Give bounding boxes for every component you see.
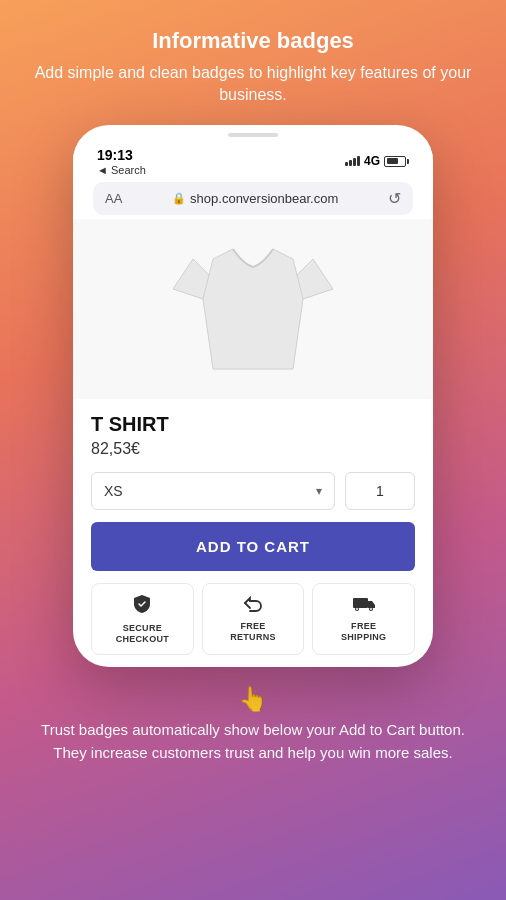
network-label: 4G: [364, 154, 380, 168]
address-bar[interactable]: AA 🔒 shop.conversionbear.com ↺: [93, 182, 413, 215]
product-details: T SHIRT 82,53€ XS ▾ 1 ADD TO CART: [73, 399, 433, 667]
svg-rect-0: [353, 598, 368, 608]
trust-badges: SECURECHECKOUT FREERETURNS: [91, 583, 415, 655]
signal-bars-icon: [345, 156, 360, 166]
status-bar: 19:13 ◄ Search 4G: [93, 147, 413, 176]
status-icons: 4G: [345, 154, 409, 168]
phone-speaker: [228, 133, 278, 137]
chevron-down-icon: ▾: [316, 484, 322, 498]
badge-secure-checkout-text: SECURECHECKOUT: [116, 623, 169, 646]
phone-top-bar: 19:13 ◄ Search 4G AA 🔒 s: [73, 137, 433, 219]
battery-icon: [384, 156, 409, 167]
url-text: shop.conversionbear.com: [190, 191, 338, 206]
phone-mockup: 19:13 ◄ Search 4G AA 🔒 s: [73, 125, 433, 667]
url-display: 🔒 shop.conversionbear.com: [172, 191, 338, 206]
status-back[interactable]: ◄ Search: [97, 164, 146, 176]
status-time: 19:13: [97, 147, 146, 163]
shield-icon: [132, 594, 152, 619]
selectors-row: XS ▾ 1: [91, 472, 415, 510]
product-image: [73, 219, 433, 399]
reload-icon[interactable]: ↺: [388, 189, 401, 208]
header-title: Informative badges: [30, 28, 476, 54]
quantity-input[interactable]: 1: [345, 472, 415, 510]
svg-point-4: [370, 608, 372, 610]
header-section: Informative badges Add simple and clean …: [0, 0, 506, 125]
footer-emoji: 👆: [30, 685, 476, 713]
lock-icon: 🔒: [172, 192, 186, 205]
svg-point-3: [356, 608, 358, 610]
truck-icon: [352, 594, 376, 617]
aa-label: AA: [105, 191, 122, 206]
returns-icon: [242, 594, 264, 617]
product-price: 82,53€: [91, 440, 415, 458]
badge-free-shipping: FREESHIPPING: [312, 583, 415, 655]
tshirt-svg: [173, 229, 333, 389]
badge-free-shipping-text: FREESHIPPING: [341, 621, 386, 644]
add-to-cart-button[interactable]: ADD TO CART: [91, 522, 415, 571]
size-selector[interactable]: XS ▾: [91, 472, 335, 510]
badge-free-returns-text: FREERETURNS: [230, 621, 276, 644]
badge-secure-checkout: SECURECHECKOUT: [91, 583, 194, 655]
phone-notch: [73, 125, 433, 137]
footer-text: Trust badges automatically show below yo…: [30, 719, 476, 764]
product-name: T SHIRT: [91, 413, 415, 436]
size-value: XS: [104, 483, 123, 499]
footer-section: 👆 Trust badges automatically show below …: [0, 667, 506, 784]
header-subtitle: Add simple and clean badges to highlight…: [30, 62, 476, 107]
badge-free-returns: FREERETURNS: [202, 583, 305, 655]
